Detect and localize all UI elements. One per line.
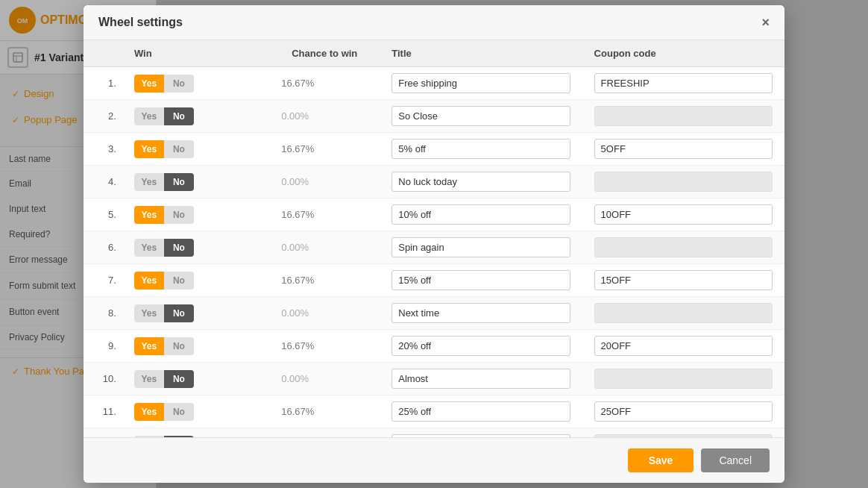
yes-button[interactable]: Yes [134,140,164,158]
win-toggle-cell: YesNo [122,395,269,428]
coupon-input [594,106,773,126]
chance-cell: 16.67% [269,330,380,363]
coupon-cell [582,198,784,231]
title-cell [380,100,582,133]
no-button[interactable]: No [164,370,194,388]
no-button[interactable]: No [164,140,194,158]
coupon-input[interactable] [594,270,773,290]
title-cell [380,198,582,231]
title-cell [380,264,582,297]
table-row: 6.YesNo0.00% [84,231,784,264]
coupon-input[interactable] [594,73,773,93]
yes-no-toggle: YesNo [134,403,194,421]
yes-no-toggle: YesNo [134,173,194,191]
win-toggle-cell: YesNo [122,363,269,395]
yes-button[interactable]: Yes [134,272,164,290]
modal-header: Wheel settings × [84,5,784,40]
row-number: 11. [84,395,122,428]
col-chance: Chance to win [269,40,380,67]
yes-button[interactable]: Yes [134,107,164,125]
title-cell [380,231,582,264]
chance-cell: 0.00% [269,428,380,438]
row-number: 7. [84,264,122,297]
no-button[interactable]: No [164,403,194,421]
chance-cell: 16.67% [269,198,380,231]
win-toggle-cell: YesNo [122,100,269,133]
coupon-cell [582,100,784,133]
title-cell [380,395,582,428]
yes-button[interactable]: Yes [134,173,164,191]
coupon-cell [582,231,784,264]
save-button[interactable]: Save [628,448,694,472]
title-input[interactable] [391,270,570,290]
title-input[interactable] [391,369,570,389]
no-button[interactable]: No [164,206,194,224]
title-input[interactable] [391,73,570,93]
yes-button[interactable]: Yes [134,206,164,224]
table-row: 9.YesNo16.67% [84,330,784,363]
coupon-cell [582,297,784,330]
chance-cell: 0.00% [269,231,380,264]
coupon-input[interactable] [594,336,773,356]
modal-body[interactable]: Win Chance to win Title Coupon code 1.Ye… [84,40,784,437]
coupon-input[interactable] [594,204,773,225]
title-input[interactable] [391,204,570,225]
cancel-button[interactable]: Cancel [701,448,770,472]
coupon-input[interactable] [594,139,773,159]
win-toggle-cell: YesNo [122,198,269,231]
yes-no-toggle: YesNo [134,75,194,93]
win-toggle-cell: YesNo [122,166,269,198]
yes-button[interactable]: Yes [134,337,164,355]
no-button[interactable]: No [164,75,194,93]
no-button[interactable]: No [164,337,194,355]
title-input[interactable] [391,303,570,323]
table-header-row: Win Chance to win Title Coupon code [84,40,784,67]
col-title: Title [380,40,582,67]
no-button[interactable]: No [164,272,194,290]
col-win: Win [122,40,269,67]
chance-cell: 16.67% [269,67,380,100]
row-number: 2. [84,100,122,133]
title-input[interactable] [391,172,570,192]
modal-footer: Save Cancel [84,437,784,483]
table-row: 11.YesNo16.67% [84,395,784,428]
table-row: 3.YesNo16.67% [84,133,784,166]
title-cell [380,428,582,438]
table-row: 4.YesNo0.00% [84,166,784,198]
modal-close-button[interactable]: × [761,16,770,29]
win-toggle-cell: YesNo [122,231,269,264]
coupon-input [594,237,773,257]
no-button[interactable]: No [164,107,194,125]
no-button[interactable]: No [164,173,194,191]
title-cell [380,166,582,198]
yes-button[interactable]: Yes [134,370,164,388]
row-number: 5. [84,198,122,231]
win-toggle-cell: YesNo [122,133,269,166]
chance-cell: 16.67% [269,395,380,428]
yes-button[interactable]: Yes [134,304,164,322]
win-toggle-cell: YesNo [122,297,269,330]
title-input[interactable] [391,336,570,356]
chance-cell: 16.67% [269,133,380,166]
chance-cell: 0.00% [269,166,380,198]
no-button[interactable]: No [164,239,194,257]
coupon-cell [582,428,784,438]
table-row: 1.YesNo16.67% [84,67,784,100]
title-input[interactable] [391,139,570,159]
coupon-cell [582,363,784,395]
no-button[interactable]: No [164,304,194,322]
yes-button[interactable]: Yes [134,75,164,93]
title-cell [380,363,582,395]
chance-cell: 0.00% [269,100,380,133]
yes-no-toggle: YesNo [134,140,194,158]
coupon-cell [582,264,784,297]
title-input[interactable] [391,237,570,257]
title-cell [380,133,582,166]
coupon-input[interactable] [594,401,773,422]
title-input[interactable] [391,401,570,422]
win-toggle-cell: YesNo [122,67,269,100]
title-input[interactable] [391,106,570,126]
yes-button[interactable]: Yes [134,239,164,257]
yes-button[interactable]: Yes [134,403,164,421]
row-number: 10. [84,363,122,395]
